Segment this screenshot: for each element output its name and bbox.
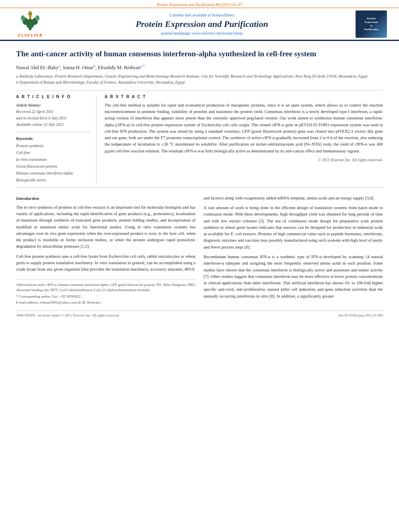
author-sanaa: Sanaa H. Omar — [63, 65, 94, 70]
footnotes: Abbreviations used: cIFN-α, human consen… — [16, 279, 195, 306]
corresponding-note: * Corresponding author. Fax: +20 3459342… — [16, 294, 195, 300]
keyword-4: Green fluorescent protein — [16, 163, 90, 170]
abstract-text: The cell-free method is suitable for rap… — [105, 102, 383, 154]
journal-header: ELSEVIER Contents lists available at Sci… — [0, 8, 399, 40]
bottom-bar: 1046-5928/$ - see front matter © 2011 El… — [16, 310, 383, 317]
svg-point-8 — [29, 11, 32, 14]
keyword-5: Human consensus interferon-alpha — [16, 170, 90, 177]
keyword-2: Cell-free — [16, 149, 90, 156]
abstract-col: A B S T R A C T The cell-free method is … — [105, 94, 383, 183]
svg-point-5 — [35, 15, 39, 21]
body-para-5: Recombinant human consensus IFN-α is a s… — [204, 254, 383, 300]
revised-date: and in revised form 6 July 2011 — [16, 115, 90, 121]
journal-homepage: journal homepage: www.elsevier.com/locat… — [52, 31, 352, 35]
page: Protein Expression and Purification 80 (… — [0, 0, 399, 532]
body-para-2: Cell-free protein synthesis uses a cell-… — [16, 253, 195, 273]
body-right-col: and factors) along with exogenously adde… — [204, 195, 383, 306]
affiliations: a Antibody Laboratory, Protein Research … — [16, 73, 383, 85]
copyright: © 2011 Elsevier Inc. All rights reserved… — [105, 158, 383, 162]
abstract-heading: A B S T R A C T — [105, 94, 383, 99]
main-content: The anti-cancer activity of human consen… — [0, 41, 399, 325]
body-section: Introduction The in vitro synthesis of p… — [16, 195, 383, 306]
available-date: Available online 23 July 2011 — [16, 121, 90, 128]
email-note: E-mail address: redwan1961@yahoo.com (E.… — [16, 300, 195, 306]
info-abstract-section: A R T I C L E I N F O Article history: R… — [16, 94, 383, 183]
thin-divider-3 — [16, 187, 383, 188]
sciencedirect-line: Contents lists available at ScienceDirec… — [52, 13, 352, 17]
article-info-col: A R T I C L E I N F O Article history: R… — [16, 94, 97, 183]
journal-center: Contents lists available at ScienceDirec… — [48, 13, 356, 35]
svg-point-4 — [21, 15, 25, 21]
received-date: Received 22 April 2011 — [16, 109, 90, 115]
affiliation-b: b Department of Botany and Microbiology,… — [16, 79, 383, 85]
keyword-3: In vitro translation — [16, 156, 90, 163]
affiliation-a: a Antibody Laboratory, Protein Research … — [16, 73, 383, 79]
journal-ref: Protein Expression and Purification 80 (… — [157, 2, 243, 7]
body-left-col: Introduction The in vitro synthesis of p… — [16, 195, 195, 306]
author-nawal: Nawal Abd EL-Baky — [16, 65, 59, 70]
intro-heading: Introduction — [16, 195, 195, 202]
article-title: The anti-cancer activity of human consen… — [16, 49, 383, 59]
issn-line: 1046-5928/$ - see front matter © 2011 El… — [16, 313, 120, 317]
journal-title: Protein Expression and Purification — [52, 19, 352, 29]
keyword-6: Biologically active — [16, 177, 90, 183]
journal-logo-right: ProteinExpression&Purification — [356, 10, 387, 38]
keywords-list: Protein synthesis Cell-free In vitro tra… — [16, 142, 90, 183]
keyword-1: Protein synthesis — [16, 142, 90, 149]
sciencedirect-link[interactable]: ScienceDirect — [212, 13, 234, 17]
body-para-3: and factors) along with exogenously adde… — [204, 195, 383, 201]
abbreviations-note: Abbreviations used: cIFN-α, human consen… — [16, 282, 195, 293]
elsevier-tree-icon — [18, 11, 42, 32]
elsevier-label: ELSEVIER — [18, 33, 43, 37]
doi-line: doi:10.1016/j.pep.2011.07.003 — [339, 313, 383, 317]
thin-divider-1 — [16, 90, 383, 90]
journal-ref-bar: Protein Expression and Purification 80 (… — [0, 0, 399, 8]
body-para-4: A vast amount of work is being done in t… — [204, 205, 383, 251]
elsevier-logo: ELSEVIER — [12, 11, 48, 37]
keywords-section: Keywords: Protein synthesis Cell-free In… — [16, 136, 90, 183]
thin-divider-2 — [16, 132, 90, 132]
body-para-1: The in vitro synthesis of proteins in ce… — [16, 204, 195, 250]
authors: Nawal Abd EL-Bakya, Sanaa H. Omarb, Elra… — [16, 64, 383, 71]
article-history: Article history: Received 22 April 2011 … — [16, 102, 90, 128]
keywords-title: Keywords: — [16, 136, 90, 141]
author-elrashdy: Elrashdy M. Redwan — [98, 65, 140, 70]
history-label: Article history: — [16, 102, 90, 109]
svg-rect-9 — [29, 14, 31, 18]
article-info-heading: A R T I C L E I N F O — [16, 94, 90, 99]
